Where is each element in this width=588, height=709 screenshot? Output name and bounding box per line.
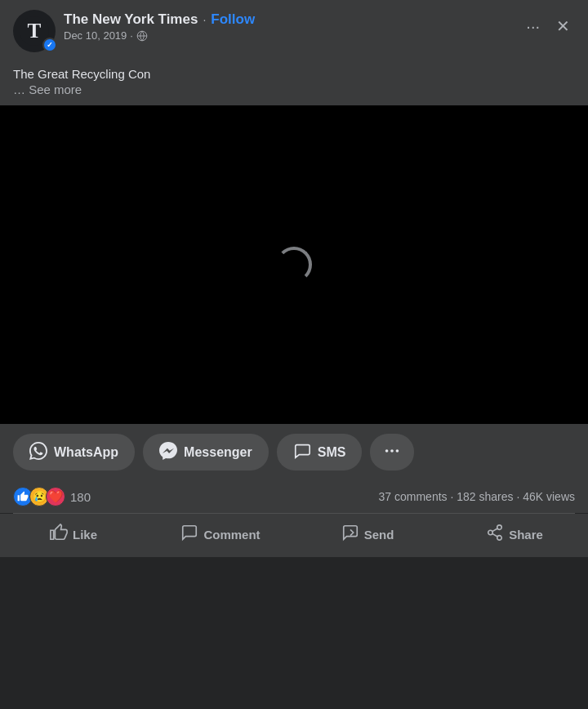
follow-button[interactable]: Follow xyxy=(211,11,255,28)
whatsapp-label: WhatsApp xyxy=(54,445,118,460)
page-name[interactable]: The New York Times xyxy=(64,11,198,28)
svg-text:T: T xyxy=(28,20,42,42)
header-info: The New York Times · Follow Dec 10, 2019… xyxy=(64,10,513,42)
svg-point-8 xyxy=(497,536,502,541)
reactions-row: 😢 ❤️ 180 37 comments · 182 shares · 46K … xyxy=(0,480,588,513)
whatsapp-share-button[interactable]: WhatsApp xyxy=(13,434,135,470)
verified-badge: ✓ xyxy=(42,38,57,52)
sms-label: SMS xyxy=(318,445,346,460)
post-date: Dec 10, 2019 xyxy=(64,29,127,42)
loading-spinner xyxy=(276,247,312,283)
send-button[interactable]: Send xyxy=(294,515,441,554)
more-share-icon xyxy=(383,442,401,462)
like-button-icon xyxy=(50,524,68,546)
close-button[interactable]: ✕ xyxy=(551,13,575,39)
emoji-group: 😢 ❤️ xyxy=(13,487,65,506)
share-buttons-row: WhatsApp Messenger SMS xyxy=(0,424,588,480)
svg-point-7 xyxy=(488,530,493,535)
dot-separator: · xyxy=(203,13,206,26)
whatsapp-icon xyxy=(29,442,47,462)
more-options-button[interactable]: ··· xyxy=(521,14,545,39)
video-player[interactable] xyxy=(0,105,588,424)
name-row: The New York Times · Follow xyxy=(64,11,513,28)
reactions-left: 😢 ❤️ 180 xyxy=(13,487,91,506)
action-buttons-row: Like Comment Send Share xyxy=(0,514,588,557)
send-button-icon xyxy=(341,524,359,546)
meta-row: Dec 10, 2019 · xyxy=(64,29,513,42)
heart-emoji: ❤️ xyxy=(46,487,65,506)
see-more-link[interactable]: … See more xyxy=(13,82,82,96)
sms-icon xyxy=(293,442,311,462)
post-header: T ✓ The New York Times · Follow Dec 10, … xyxy=(0,0,588,59)
like-button[interactable]: Like xyxy=(0,515,147,554)
share-label: Share xyxy=(509,528,543,542)
date-dot: · xyxy=(130,29,133,42)
more-share-button[interactable] xyxy=(370,434,414,470)
messenger-label: Messenger xyxy=(184,445,252,460)
header-actions: ··· ✕ xyxy=(521,10,575,39)
svg-point-6 xyxy=(497,525,502,530)
share-button[interactable]: Share xyxy=(441,515,588,554)
messenger-share-button[interactable]: Messenger xyxy=(143,434,269,470)
reaction-count: 180 xyxy=(70,490,91,504)
svg-line-9 xyxy=(492,533,497,537)
messenger-icon xyxy=(159,442,177,462)
reactions-stats[interactable]: 37 comments · 182 shares · 46K views xyxy=(379,490,575,503)
comment-label: Comment xyxy=(203,528,260,542)
post-text-main: The Great Recycling Con xyxy=(13,67,150,81)
avatar[interactable]: T ✓ xyxy=(13,10,56,52)
share-button-icon xyxy=(486,524,504,546)
like-label: Like xyxy=(73,528,97,542)
sms-share-button[interactable]: SMS xyxy=(277,434,363,470)
send-label: Send xyxy=(364,528,394,542)
globe-icon xyxy=(136,30,148,42)
comment-button[interactable]: Comment xyxy=(147,515,294,554)
post-text-area: The Great Recycling Con … See more xyxy=(0,59,588,105)
comment-button-icon xyxy=(180,524,198,546)
svg-line-10 xyxy=(492,528,497,532)
